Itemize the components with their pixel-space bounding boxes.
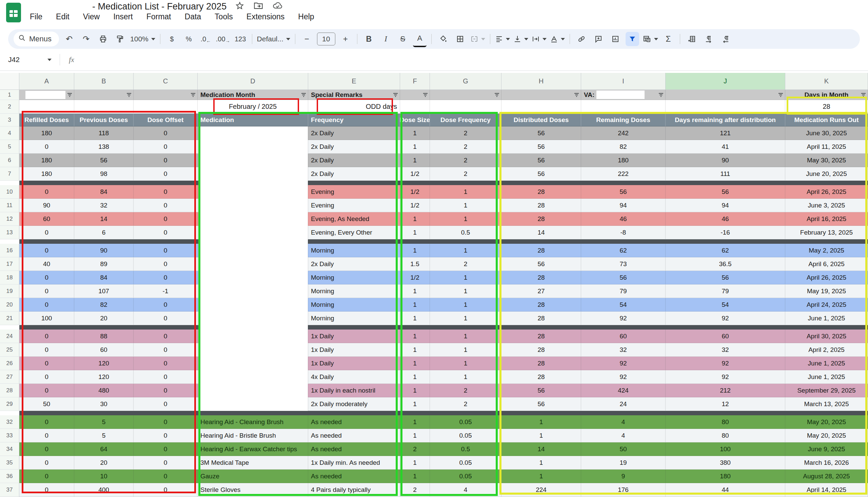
cell-F21[interactable]: 1 [400,312,430,325]
cell-B1[interactable] [74,90,133,100]
cell-J26[interactable]: 92 [666,357,785,370]
cell-E11[interactable]: Evening [308,199,400,212]
row-header-13[interactable]: 13 [0,226,19,239]
cell-F12[interactable]: 1 [400,212,430,226]
cell-K18[interactable]: April 26, 2025 [785,271,868,284]
cell-K3[interactable]: Medication Runs Out [785,114,868,126]
italic-button[interactable]: I [379,32,393,46]
cell-J13[interactable]: -16 [666,226,785,239]
cell-K26[interactable]: June 1, 2025 [785,357,868,370]
cell-F35[interactable]: 1 [400,456,430,470]
cell-B4[interactable]: 118 [74,126,133,140]
cell-J18[interactable]: 56 [666,271,785,284]
cell-H6[interactable]: 56 [501,154,581,167]
cell-D7[interactable] [198,167,308,181]
cell-I6[interactable]: 180 [581,154,666,167]
cell-A6[interactable]: 180 [19,154,74,167]
cell-G27[interactable]: 1 [430,370,501,384]
cell-F27[interactable]: 1 [400,370,430,384]
cell-H1[interactable] [501,90,581,100]
cell-B21[interactable]: 20 [74,312,133,325]
column-header-E[interactable]: E [308,73,400,89]
row-header-7[interactable]: 7 [0,167,19,181]
cell-E16[interactable]: Morning [308,244,400,257]
cell-H20[interactable]: 28 [501,298,581,312]
cell-F37[interactable]: 2 [400,483,430,497]
cell-G12[interactable]: 1 [430,212,501,226]
cell-J10[interactable]: 56 [666,185,785,199]
cell-K19[interactable]: May 19, 2025 [785,284,868,298]
cell-I10[interactable]: 56 [581,185,666,199]
cell-H29[interactable]: 56 [501,397,581,411]
cell-J24[interactable]: 60 [666,329,785,343]
cell-F4[interactable]: 1 [400,126,430,140]
cell-B11[interactable]: 32 [74,199,133,212]
cell-K27[interactable]: June 1, 2025 [785,370,868,384]
cell-D20[interactable] [198,298,308,312]
cell-C29[interactable]: 0 [133,397,198,411]
cell-D26[interactable] [198,357,308,370]
cell-J36[interactable]: 180 [666,470,785,483]
cell-H5[interactable]: 56 [501,140,581,154]
cell-A11[interactable]: 90 [19,199,74,212]
cell-G24[interactable]: 1 [430,329,501,343]
cell-D27[interactable] [198,370,308,384]
cell-C20[interactable]: 0 [133,298,198,312]
cell-C12[interactable]: 0 [133,212,198,226]
cell-F32[interactable]: 1 [400,415,430,429]
cell-C13[interactable]: 0 [133,226,198,239]
cell-J6[interactable]: 90 [666,154,785,167]
cell-J37[interactable]: 44 [666,483,785,497]
cell-I19[interactable]: 79 [581,284,666,298]
select-all-corner[interactable] [0,73,19,89]
cell-F36[interactable]: 1 [400,470,430,483]
cell-H33[interactable]: 1 [501,429,581,442]
row-header-35[interactable]: 35 [0,456,19,470]
text-wrap-button[interactable] [532,32,546,46]
cell-B3[interactable]: Previous Doses [74,114,133,126]
cell-D12[interactable] [198,212,308,226]
cell-C37[interactable]: 0 [133,483,198,497]
cell-F20[interactable]: 1 [400,298,430,312]
row-header-26[interactable]: 26 [0,357,19,370]
menu-file[interactable]: File [30,12,42,22]
cell-J5[interactable]: 41 [666,140,785,154]
formula-input[interactable] [74,49,868,71]
cell-C21[interactable]: 0 [133,312,198,325]
menu-help[interactable]: Help [298,12,314,22]
row-header-36[interactable]: 36 [0,470,19,483]
cell-I37[interactable]: 176 [581,483,666,497]
cell-C25[interactable]: 0 [133,343,198,357]
cell-G17[interactable]: 2 [430,257,501,271]
column-header-A[interactable]: A [19,73,74,89]
cell-A3[interactable]: Refilled Doses [19,114,74,126]
cell-C32[interactable]: 0 [133,415,198,429]
cell-F34[interactable]: 2 [400,442,430,456]
cell-F25[interactable]: 1 [400,343,430,357]
cell-K16[interactable]: May 2, 2025 [785,244,868,257]
cell-B32[interactable]: 5 [74,415,133,429]
cell-E24[interactable]: 1x Daily [308,329,400,343]
cell-J28[interactable]: 212 [666,384,785,397]
cell-C1[interactable] [133,90,198,100]
cell-B5[interactable]: 138 [74,140,133,154]
cell-J1[interactable] [666,90,785,100]
cell-D16[interactable] [198,244,308,257]
cell-B12[interactable]: 14 [74,212,133,226]
cell-K33[interactable]: May 20, 2025 [785,429,868,442]
cell-A27[interactable]: 0 [19,370,74,384]
cell-D29[interactable] [198,397,308,411]
cell-E4[interactable]: 2x Daily [308,126,400,140]
cell-K10[interactable]: April 26, 2025 [785,185,868,199]
hidden-rows-separator[interactable] [0,325,868,329]
cell-A28[interactable]: 0 [19,384,74,397]
menu-format[interactable]: Format [146,12,171,22]
cell-B24[interactable]: 88 [74,329,133,343]
cell-C6[interactable]: 0 [133,154,198,167]
row-header-1[interactable]: 1 [0,90,19,100]
cell-H27[interactable]: 28 [501,370,581,384]
cell-D28[interactable] [198,384,308,397]
cell-G18[interactable]: 1 [430,271,501,284]
cell-A13[interactable]: 0 [19,226,74,239]
redo-button[interactable]: ↷ [79,32,93,46]
